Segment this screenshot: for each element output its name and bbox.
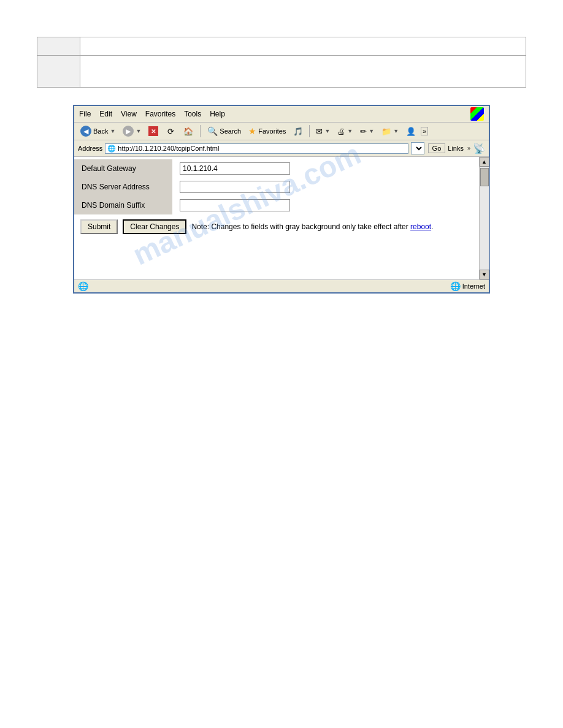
edit-icon: ✏ [360, 127, 367, 136]
mail-chevron[interactable]: ▼ [324, 128, 330, 134]
form-row: Default Gateway [74, 159, 479, 178]
windows-logo [470, 107, 484, 121]
more-button[interactable]: » [421, 127, 428, 135]
address-bar: Address 🌐 Go Links » 📡 [74, 140, 489, 157]
links-label: Links [448, 145, 464, 152]
status-page-icon: 🌐 [78, 281, 88, 291]
form-row: DNS Domain Suffix [74, 196, 479, 214]
note-suffix: . [431, 222, 433, 231]
address-input-wrap: 🌐 [105, 143, 408, 154]
back-button[interactable]: ◀ Back ▼ [78, 124, 118, 138]
refresh-icon: ⟳ [166, 126, 175, 136]
stop-icon: ✕ [148, 126, 158, 136]
back-label: Back [93, 127, 108, 135]
search-icon: 🔍 [207, 126, 218, 137]
stop-button[interactable]: ✕ [146, 125, 161, 137]
clear-changes-button[interactable]: Clear Changes [123, 219, 186, 234]
content-main: Default GatewayDNS Server AddressDNS Dom… [74, 157, 479, 279]
browser-content: Default GatewayDNS Server AddressDNS Dom… [74, 157, 489, 279]
form-input-cell-1 [172, 178, 479, 196]
form-row: DNS Server Address [74, 178, 479, 196]
folder-button[interactable]: 📁 ▼ [379, 126, 401, 137]
home-button[interactable]: 🏠 [180, 124, 196, 138]
favorites-star-icon: ★ [248, 126, 256, 136]
person-icon: 👤 [406, 127, 416, 136]
forward-button[interactable]: ▶ ▼ [120, 124, 144, 138]
media-icon: 🎵 [293, 127, 303, 136]
form-table: Default GatewayDNS Server AddressDNS Dom… [74, 159, 479, 214]
top-table-content-2 [80, 56, 526, 88]
menu-favorites[interactable]: Favorites [145, 110, 175, 118]
favorites-button[interactable]: ★ Favorites [246, 125, 288, 137]
note-prefix: Note: Changes to fields with gray backgr… [191, 222, 410, 231]
form-input-cell-2 [172, 196, 479, 214]
form-input-cell-0 [172, 159, 479, 178]
forward-chevron[interactable]: ▼ [136, 128, 141, 134]
form-input-0[interactable] [180, 162, 290, 175]
menu-file[interactable]: File [79, 110, 91, 118]
search-button[interactable]: 🔍 Search [204, 124, 243, 138]
edit-chevron[interactable]: ▼ [369, 128, 374, 134]
form-label-2: DNS Domain Suffix [74, 196, 172, 214]
scrollbar-up-button[interactable]: ▲ [480, 157, 489, 167]
folder-chevron[interactable]: ▼ [393, 128, 399, 134]
status-internet: 🌐 Internet [450, 281, 485, 291]
print-button[interactable]: 🖨 ▼ [335, 126, 355, 137]
menu-tools[interactable]: Tools [184, 110, 201, 118]
form-actions: Submit Clear Changes Note: Changes to fi… [74, 214, 479, 239]
back-chevron[interactable]: ▼ [110, 128, 115, 134]
address-dropdown[interactable] [411, 142, 424, 154]
print-chevron[interactable]: ▼ [347, 128, 353, 134]
address-favicon-icon: 🌐 [107, 145, 116, 153]
top-table-label-1 [37, 37, 80, 56]
search-label: Search [220, 127, 241, 135]
go-button[interactable]: Go [428, 143, 446, 153]
folder-icon: 📁 [381, 127, 391, 136]
internet-label: Internet [462, 282, 485, 290]
media-button[interactable]: 🎵 [291, 126, 305, 137]
page-wrapper: File Edit View Favorites Tools Help ◀ Ba… [0, 0, 563, 728]
forward-icon: ▶ [123, 126, 134, 137]
internet-globe-icon: 🌐 [450, 281, 461, 291]
address-label: Address [78, 145, 102, 152]
toolbar-separator-2 [309, 125, 310, 137]
mail-icon: ✉ [316, 127, 323, 136]
mail-button[interactable]: ✉ ▼ [313, 126, 332, 137]
menu-view[interactable]: View [121, 110, 137, 118]
form-input-2[interactable] [180, 199, 290, 211]
status-left: 🌐 [78, 281, 88, 291]
form-label-1: DNS Server Address [74, 178, 172, 196]
note-text: Note: Changes to fields with gray backgr… [191, 222, 433, 231]
reboot-link[interactable]: reboot [410, 222, 431, 231]
status-bar: 🌐 🌐 Internet [74, 279, 489, 292]
top-table [37, 37, 526, 88]
status-right: 🌐 Internet [450, 281, 485, 291]
toolbar-separator-1 [200, 125, 201, 137]
refresh-button[interactable]: ⟳ [163, 125, 178, 137]
scrollbar: ▲ ▼ [479, 157, 489, 279]
browser-window: File Edit View Favorites Tools Help ◀ Ba… [73, 105, 490, 294]
toolbar: ◀ Back ▼ ▶ ▼ ✕ ⟳ 🏠 [74, 123, 489, 140]
top-table-content-1 [80, 37, 526, 56]
submit-button[interactable]: Submit [80, 219, 118, 234]
home-icon: 🏠 [183, 126, 194, 137]
print-icon: 🖨 [337, 127, 345, 136]
form-input-1[interactable] [180, 181, 290, 193]
scrollbar-thumb[interactable] [480, 168, 489, 186]
favorites-label: Favorites [258, 127, 286, 135]
edit-button[interactable]: ✏ ▼ [358, 126, 377, 137]
menu-help[interactable]: Help [210, 110, 225, 118]
menu-bar: File Edit View Favorites Tools Help [74, 106, 489, 123]
scrollbar-track [480, 167, 489, 270]
back-icon: ◀ [80, 126, 91, 137]
top-table-label-2 [37, 56, 80, 88]
links-chevron-icon[interactable]: » [467, 145, 470, 151]
rss-icon: 📡 [473, 143, 485, 154]
scrollbar-down-button[interactable]: ▼ [480, 270, 489, 279]
person-button[interactable]: 👤 [404, 126, 418, 137]
content-spacer [74, 239, 479, 257]
menu-edit[interactable]: Edit [99, 110, 112, 118]
form-label-0: Default Gateway [74, 159, 172, 178]
address-input[interactable] [118, 145, 405, 152]
